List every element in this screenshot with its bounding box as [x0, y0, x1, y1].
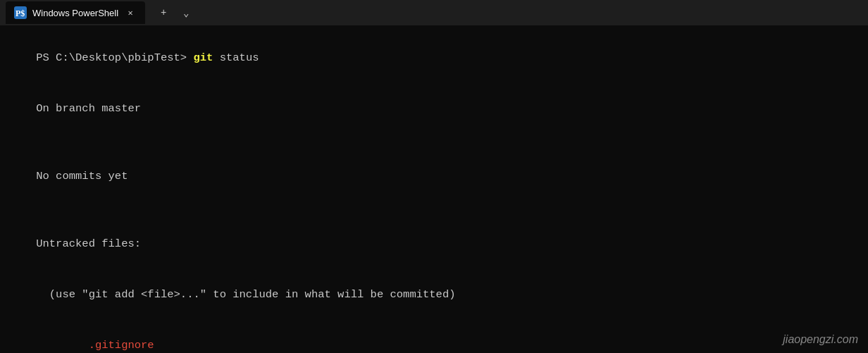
prompt-prefix: PS C:\Desktop\pbipTest>	[36, 51, 193, 64]
file-gitignore-text: .gitignore	[36, 339, 154, 352]
untracked-hint: (use "git add <file>..." to include in w…	[10, 269, 858, 320]
branch-text: On branch master	[36, 102, 141, 115]
titlebar-actions: + ⌄	[154, 3, 196, 23]
add-tab-button[interactable]: +	[154, 3, 173, 23]
dropdown-button[interactable]: ⌄	[176, 3, 196, 23]
empty-line-2	[10, 202, 858, 218]
file-gitignore: .gitignore	[10, 320, 858, 353]
git-args: status	[213, 51, 259, 64]
powershell-icon: P$	[14, 6, 27, 19]
empty-line-1	[10, 134, 858, 151]
svg-text:P$: P$	[16, 8, 25, 18]
command-line: PS C:\Desktop\pbipTest> git status	[10, 32, 858, 83]
tab[interactable]: P$ Windows PowerShell ✕	[6, 1, 145, 24]
no-commits-line: No commits yet	[10, 151, 858, 202]
titlebar: P$ Windows PowerShell ✕ + ⌄	[0, 0, 868, 25]
git-command: git	[193, 51, 213, 64]
terminal-body: PS C:\Desktop\pbipTest> git status On br…	[0, 25, 868, 353]
watermark: jiaopengzi.com	[783, 333, 858, 346]
untracked-text: Untracked files:	[36, 237, 141, 250]
branch-line: On branch master	[10, 83, 858, 134]
close-icon[interactable]: ✕	[124, 6, 137, 19]
no-commits-text: No commits yet	[36, 170, 128, 182]
untracked-header: Untracked files:	[10, 218, 858, 269]
hint-text: (use "git add <file>..." to include in w…	[36, 288, 455, 301]
tab-label: Windows PowerShell	[32, 8, 118, 18]
